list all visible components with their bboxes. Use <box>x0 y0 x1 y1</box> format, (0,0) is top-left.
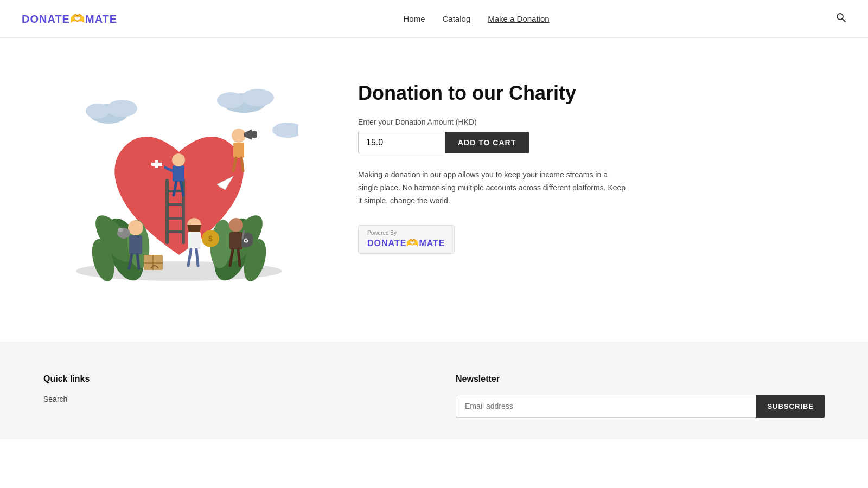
donation-amount-input[interactable] <box>358 132 445 153</box>
search-icon <box>835 12 846 23</box>
svg-rect-24 <box>173 165 184 182</box>
svg-text:$: $ <box>208 234 213 243</box>
svg-rect-18 <box>165 179 169 244</box>
newsletter-form: SUBSCRIBE <box>456 395 825 418</box>
product-image-area: $ ♻ <box>43 70 315 287</box>
svg-point-9 <box>272 123 298 138</box>
svg-rect-21 <box>165 203 185 206</box>
svg-rect-23 <box>165 230 185 233</box>
powered-by-donate: DONATE <box>367 239 406 248</box>
svg-point-25 <box>172 153 185 166</box>
svg-rect-38 <box>129 235 142 254</box>
powered-by-mate: MATE <box>419 239 445 248</box>
svg-text:♻: ♻ <box>243 237 249 245</box>
svg-point-5 <box>86 104 110 119</box>
powered-by-label: Powered By <box>367 230 445 236</box>
svg-rect-34 <box>252 131 257 138</box>
product-title: Donation to our Charity <box>358 81 825 105</box>
donation-label: Enter your Donation Amount (HKD) <box>358 118 825 126</box>
svg-point-37 <box>128 220 143 235</box>
svg-line-42 <box>137 254 139 268</box>
svg-rect-50 <box>229 232 242 249</box>
product-details: Donation to our Charity Enter your Donat… <box>358 70 825 254</box>
charity-illustration: $ ♻ <box>60 70 298 287</box>
svg-line-1 <box>843 19 846 22</box>
site-footer: Quick links Search Newsletter SUBSCRIBE <box>0 342 868 439</box>
add-to-cart-button[interactable]: ADD TO CART <box>445 132 529 153</box>
svg-point-32 <box>232 129 246 143</box>
logo-heart-icon: 🫶 <box>70 12 85 25</box>
footer-content: Quick links Search Newsletter SUBSCRIBE <box>43 374 825 418</box>
email-input[interactable] <box>456 395 756 418</box>
svg-rect-22 <box>165 217 185 220</box>
logo-text: DONATE🫶MATE <box>22 12 117 26</box>
nav-catalog[interactable]: Catalog <box>443 14 471 23</box>
main-content: $ ♻ Donation <box>0 38 868 342</box>
logo-text-donate: DONATE <box>22 13 70 25</box>
powered-by-logo: DONATE🫶MATE <box>367 237 445 249</box>
subscribe-button[interactable]: SUBSCRIBE <box>756 395 825 418</box>
svg-line-36 <box>241 158 243 171</box>
quick-links-heading: Quick links <box>43 374 412 384</box>
powered-by-badge: Powered By DONATE🫶MATE <box>358 225 455 254</box>
svg-rect-33 <box>233 143 244 158</box>
svg-point-49 <box>229 218 243 232</box>
logo-link[interactable]: DONATE🫶MATE <box>22 12 117 26</box>
logo-text-mate: MATE <box>85 13 117 25</box>
svg-point-8 <box>217 92 244 108</box>
donation-input-row: ADD TO CART <box>358 132 825 153</box>
newsletter-heading: Newsletter <box>456 374 825 384</box>
search-button[interactable] <box>835 12 846 25</box>
svg-point-40 <box>118 228 123 232</box>
main-nav: Home Catalog Make a Donation <box>404 14 550 23</box>
site-header: DONATE🫶MATE Home Catalog Make a Donation <box>0 0 868 38</box>
search-link[interactable]: Search <box>43 395 412 403</box>
svg-line-48 <box>196 249 198 266</box>
product-description: Making a donation in our app allows you … <box>358 169 629 207</box>
svg-point-4 <box>107 100 137 117</box>
nav-home[interactable]: Home <box>404 14 425 23</box>
svg-rect-44 <box>188 232 201 249</box>
svg-rect-29 <box>151 163 162 166</box>
nav-make-donation[interactable]: Make a Donation <box>488 14 549 23</box>
powered-by-heart-icon: 🫶 <box>406 237 419 248</box>
svg-line-54 <box>238 249 240 266</box>
footer-newsletter: Newsletter SUBSCRIBE <box>456 374 825 418</box>
svg-point-7 <box>241 89 274 106</box>
footer-quick-links: Quick links Search <box>43 374 412 418</box>
